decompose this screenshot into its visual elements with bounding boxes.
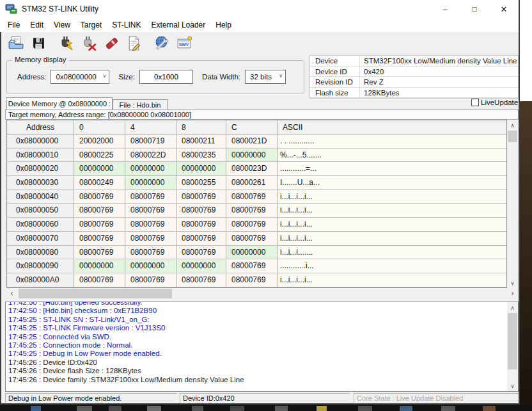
scroll-up-icon[interactable]: ∧ xyxy=(507,302,518,313)
value-cell[interactable]: 00000000 xyxy=(125,259,176,273)
value-cell[interactable]: 08000769 xyxy=(226,273,278,287)
value-cell[interactable]: 08000255 xyxy=(176,176,226,190)
menu-item[interactable]: ST-LINK xyxy=(107,18,146,32)
save-file-button[interactable] xyxy=(29,33,48,52)
value-cell[interactable]: 08000261 xyxy=(226,176,278,190)
value-cell[interactable]: 00000000 xyxy=(226,149,278,163)
ascii-cell[interactable]: . . ............ xyxy=(278,134,506,149)
scrollbar-thumb[interactable] xyxy=(508,313,517,369)
ascii-cell[interactable]: I.......U...a... xyxy=(278,176,506,190)
value-cell[interactable]: 08000769 xyxy=(226,218,278,232)
menu-item[interactable]: External Loader xyxy=(146,18,211,32)
value-cell[interactable]: 08000769 xyxy=(176,273,226,287)
scroll-down-icon[interactable]: ∨ xyxy=(507,277,518,288)
value-cell[interactable]: 00000000 xyxy=(176,162,226,176)
column-header-address[interactable]: Address xyxy=(7,120,74,134)
value-cell[interactable]: 08000769 xyxy=(226,259,278,273)
value-cell[interactable]: 08000769 xyxy=(74,204,125,218)
value-cell[interactable]: 00000000 xyxy=(176,259,226,273)
erase-chip-button[interactable] xyxy=(102,33,121,52)
value-cell[interactable]: 08000769 xyxy=(125,218,176,232)
ascii-cell[interactable]: i...i...i...i... xyxy=(278,190,506,204)
target-settings-button[interactable] xyxy=(152,33,171,52)
swv-viewer-button[interactable]: SWV xyxy=(175,33,194,52)
menu-item[interactable]: File xyxy=(3,18,25,32)
chevron-down-icon[interactable]: ∨ xyxy=(279,73,283,79)
value-cell[interactable]: 08000769 xyxy=(74,232,125,246)
value-cell[interactable]: 08000769 xyxy=(226,204,278,218)
scroll-left-icon[interactable]: ‹ xyxy=(6,288,17,299)
app-window: STM32 ST-LINK Utility – □ ✕ File Edit Vi… xyxy=(0,0,520,405)
menu-item[interactable]: View xyxy=(49,18,75,32)
value-cell[interactable]: 20002000 xyxy=(74,134,125,149)
value-cell[interactable]: 00000000 xyxy=(74,162,125,176)
disconnect-button[interactable] xyxy=(79,33,98,52)
ascii-cell[interactable]: i...i...i....... xyxy=(278,246,506,260)
menu-item[interactable]: Target xyxy=(75,18,107,32)
value-cell[interactable]: 08000769 xyxy=(74,218,125,232)
column-header-0[interactable]: 0 xyxy=(74,120,125,134)
value-cell[interactable]: 08000769 xyxy=(226,232,278,246)
connect-button[interactable] xyxy=(57,33,76,52)
value-cell[interactable]: 08000769 xyxy=(176,218,226,232)
table-horizontal-scrollbar[interactable]: ‹ › xyxy=(6,288,518,299)
value-cell[interactable]: 00000000 xyxy=(74,259,125,273)
value-cell[interactable]: 08000769 xyxy=(74,190,125,204)
value-cell[interactable]: 08000769 xyxy=(176,232,226,246)
column-header-ascii[interactable]: ASCII xyxy=(278,120,506,134)
maximize-button[interactable]: □ xyxy=(460,0,489,18)
scrollbar-thumb[interactable] xyxy=(508,131,517,142)
menu-item[interactable]: Help xyxy=(210,18,237,32)
minimize-button[interactable]: – xyxy=(430,0,460,18)
value-cell[interactable]: 08000769 xyxy=(74,246,125,260)
log-vertical-scrollbar[interactable]: ∧ ∨ xyxy=(507,302,518,391)
value-cell[interactable]: 08000249 xyxy=(74,176,125,190)
value-cell[interactable]: 08000769 xyxy=(125,246,176,260)
value-cell[interactable]: 08000769 xyxy=(74,273,125,287)
size-input[interactable] xyxy=(139,70,193,84)
value-cell[interactable]: 08000769 xyxy=(125,232,176,246)
scroll-down-icon[interactable]: ∨ xyxy=(507,380,518,391)
close-button[interactable]: ✕ xyxy=(489,0,519,18)
value-cell[interactable]: 08000769 xyxy=(226,190,278,204)
live-update-checkbox[interactable] xyxy=(471,99,479,106)
open-file-button[interactable] xyxy=(6,33,26,52)
value-cell[interactable]: 08000769 xyxy=(176,204,226,218)
column-header-4[interactable]: 4 xyxy=(125,120,176,134)
value-cell[interactable]: 00000000 xyxy=(125,176,176,190)
data-width-combobox[interactable]: 32 bits ∨ xyxy=(245,70,286,84)
scroll-right-icon[interactable]: › xyxy=(507,288,518,299)
scroll-up-icon[interactable]: ∧ xyxy=(507,120,518,131)
value-cell[interactable]: 0800022D xyxy=(125,149,176,163)
value-cell[interactable]: 00000000 xyxy=(226,246,278,260)
ascii-cell[interactable]: ............i... xyxy=(278,259,506,273)
program-verify-button[interactable] xyxy=(124,33,143,52)
scrollbar-thumb[interactable] xyxy=(19,289,172,298)
table-vertical-scrollbar[interactable]: ∧ ∨ xyxy=(507,120,518,288)
ascii-cell[interactable]: i...i...i...i... xyxy=(278,218,506,232)
ascii-cell[interactable]: i...i...i...i... xyxy=(278,204,506,218)
column-header-c[interactable]: C xyxy=(226,120,278,134)
ascii-cell[interactable]: i...i...i...i... xyxy=(278,232,506,246)
value-cell[interactable]: 08000769 xyxy=(125,190,176,204)
value-cell[interactable]: 08000769 xyxy=(125,204,176,218)
value-cell[interactable]: 0800023D xyxy=(226,162,278,176)
value-cell[interactable]: 08000769 xyxy=(176,246,226,260)
ascii-cell[interactable]: %...-...5....... xyxy=(278,149,506,163)
value-cell[interactable]: 08000235 xyxy=(176,149,226,163)
tab-file[interactable]: File : Hdo.bin xyxy=(113,99,168,109)
address-combobox[interactable]: 0x08000000 ∨ xyxy=(51,70,109,84)
ascii-cell[interactable]: i...i...i...i... xyxy=(278,273,506,287)
menu-item[interactable]: Edit xyxy=(25,18,49,32)
column-header-8[interactable]: 8 xyxy=(176,120,226,134)
value-cell[interactable]: 08000769 xyxy=(176,190,226,204)
value-cell[interactable]: 08000225 xyxy=(74,149,125,163)
value-cell[interactable]: 0800021D xyxy=(226,134,278,149)
tab-device-memory[interactable]: Device Memory @ 0x08000000 : xyxy=(6,97,113,109)
value-cell[interactable]: 08000769 xyxy=(125,273,176,287)
ascii-cell[interactable]: ............=... xyxy=(278,162,506,176)
chevron-down-icon[interactable]: ∨ xyxy=(103,73,107,79)
value-cell[interactable]: 08000719 xyxy=(125,134,176,149)
value-cell[interactable]: 08000211 xyxy=(176,134,226,149)
value-cell[interactable]: 00000000 xyxy=(125,162,176,176)
